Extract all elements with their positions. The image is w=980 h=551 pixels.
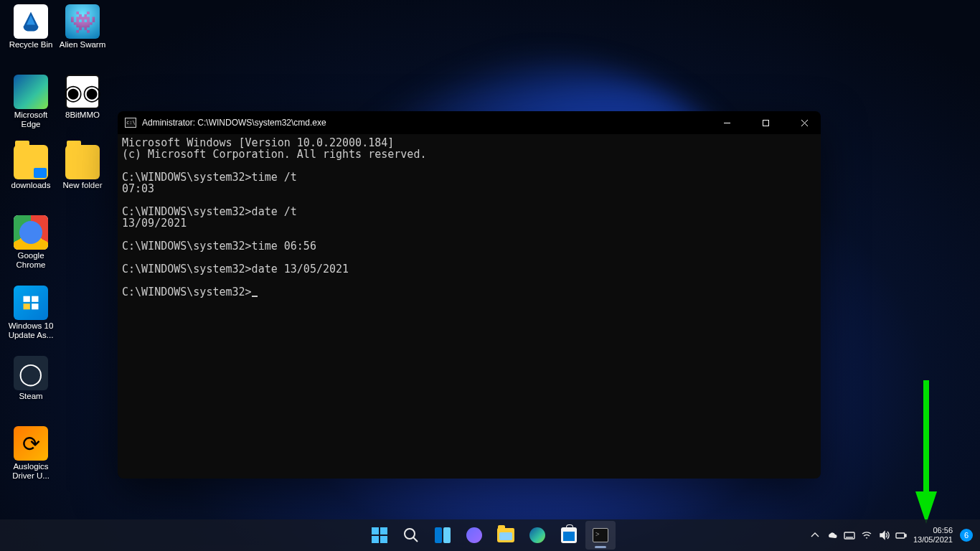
desktop-icon-label: Alien Swarm [56,40,109,50]
desktop-icon-new-folder[interactable]: New folder [56,145,109,190]
window-title: Administrator: C:\WINDOWS\system32\cmd.e… [142,118,705,128]
desktop-icon-win10-updater[interactable]: Windows 10 Update As... [4,286,57,340]
notification-badge[interactable]: 6 [960,529,973,542]
recycle-bin-icon [14,4,48,39]
windows-icon [14,286,48,320]
cmd-window[interactable]: Administrator: C:\WINDOWS\system32\cmd.e… [118,111,821,479]
minimize-button[interactable] [710,111,743,134]
desktop-icon-8bitmmo[interactable]: ◉◉ 8BitMMO [56,75,109,120]
svg-rect-14 [896,533,905,538]
wifi-tray-icon[interactable] [859,524,875,547]
desktop-icon-label: 8BitMMO [56,110,109,120]
onedrive-tray-icon[interactable] [824,524,840,547]
search-button[interactable] [396,521,426,550]
desktop-icon-label: New folder [56,181,109,190]
svg-rect-1 [32,296,38,302]
taskbar: 06:56 13/05/2021 6 [0,519,980,551]
svg-rect-0 [24,296,30,302]
folder-icon [65,145,100,179]
auslogics-icon: ⟳ [14,426,48,461]
cmd-icon [125,118,136,128]
steam-icon: ◯ [14,356,48,390]
desktop-icon-label: Microsoft Edge [4,110,57,129]
desktop-icon-label: downloads [4,181,57,190]
terminal-output[interactable]: Microsoft Windows [Version 10.0.22000.18… [118,134,821,479]
titlebar[interactable]: Administrator: C:\WINDOWS\system32\cmd.e… [118,111,821,134]
store-button[interactable] [554,521,584,550]
svg-point-10 [405,529,415,539]
clock-date: 13/05/2021 [913,535,953,545]
battery-tray-icon[interactable] [893,524,909,547]
desktop-icon-recycle-bin[interactable]: Recycle Bin [4,4,57,50]
desktop-icon-alien-swarm[interactable]: 👾 Alien Swarm [56,4,109,50]
desktop-icon-downloads[interactable]: downloads [4,145,57,190]
edge-icon [14,75,48,109]
keyboard-tray-icon[interactable] [842,524,857,547]
svg-rect-2 [24,303,30,309]
desktop-icon-steam[interactable]: ◯ Steam [4,356,57,401]
taskbar-center [364,521,616,550]
desktop-icon-label: Auslogics Driver U... [4,462,57,481]
task-view-button[interactable] [428,521,458,550]
desktop-icon-label: Steam [4,392,57,401]
alien-swarm-icon: 👾 [65,4,100,39]
desktop-icon-label: Google Chrome [4,251,57,270]
cmd-button[interactable] [585,521,616,550]
desktop-icon-label: Windows 10 Update As... [4,321,57,340]
file-explorer-button[interactable] [491,521,521,550]
system-tray: 06:56 13/05/2021 6 [807,519,976,551]
maximize-button[interactable] [749,111,782,134]
taskbar-clock[interactable]: 06:56 13/05/2021 [910,526,958,545]
desktop-icon-label: Recycle Bin [4,40,57,50]
chrome-icon [14,215,48,250]
svg-rect-5 [763,120,768,126]
edge-button[interactable] [522,521,552,550]
folder-icon [14,145,48,179]
desktop-icon-auslogics[interactable]: ⟳ Auslogics Driver U... [4,426,57,481]
desktop-icon-edge[interactable]: Microsoft Edge [4,75,57,129]
clock-time: 06:56 [913,526,953,535]
svg-rect-15 [905,534,906,537]
volume-tray-icon[interactable] [876,524,892,547]
chat-button[interactable] [459,521,489,550]
start-button[interactable] [364,521,395,550]
svg-line-11 [413,537,418,542]
tray-overflow-button[interactable] [807,524,823,547]
svg-rect-3 [32,303,38,309]
8bitmmo-icon: ◉◉ [65,75,100,109]
close-button[interactable] [788,111,821,134]
desktop-icon-chrome[interactable]: Google Chrome [4,215,57,270]
